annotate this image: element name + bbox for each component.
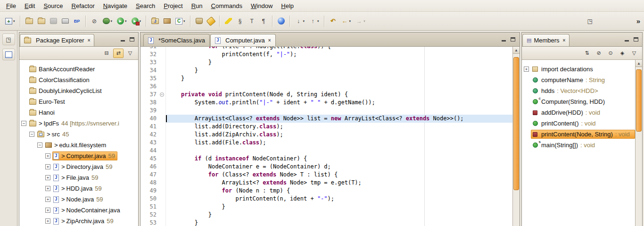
editor-tab[interactable]: J*SomeClass.java bbox=[143, 34, 210, 46]
code-line[interactable]: 39 bbox=[140, 107, 512, 115]
menu-refactor[interactable]: Refactor bbox=[67, 1, 99, 11]
package-explorer-tab[interactable]: Package Explorer × bbox=[20, 34, 94, 46]
code-line[interactable]: 37− private void printContent(Node d, St… bbox=[140, 91, 512, 99]
expander-plus-icon[interactable]: + bbox=[45, 197, 50, 202]
open-folder-button[interactable] bbox=[23, 15, 35, 27]
tree-item[interactable]: −>src45 bbox=[19, 129, 138, 140]
view-menu-icon[interactable]: ▽ bbox=[125, 49, 135, 58]
format-button[interactable]: T bbox=[246, 15, 258, 27]
fold-collapse-icon[interactable]: − bbox=[160, 92, 164, 97]
code-line[interactable]: 47 for (Class<? extends Node> T : list) … bbox=[140, 171, 512, 179]
sort-icon[interactable]: ⇅ bbox=[582, 49, 592, 58]
link-with-editor-icon[interactable]: ⇄ bbox=[113, 49, 124, 58]
expander-plus-icon[interactable]: + bbox=[45, 164, 50, 169]
code-line[interactable]: 45 if (d instanceof NodeContainer) { bbox=[140, 155, 512, 163]
tree-item[interactable]: +J>Node.java59 bbox=[19, 194, 138, 205]
member-item[interactable]: smain(String[]): void bbox=[522, 140, 635, 151]
tree-item[interactable]: −>IpdFs44 [https://svnserver.i bbox=[19, 118, 138, 129]
expander-plus-icon[interactable]: + bbox=[45, 186, 50, 191]
member-item[interactable]: computerName: String bbox=[522, 75, 635, 85]
save-button[interactable] bbox=[48, 15, 59, 27]
code-line[interactable]: 52 } bbox=[140, 211, 512, 219]
code-line[interactable]: 53 } bbox=[140, 219, 512, 226]
menu-window[interactable]: Window bbox=[247, 1, 277, 11]
code-line[interactable]: 34 } bbox=[140, 67, 512, 75]
next-annotation-button[interactable]: ↓▾ bbox=[293, 15, 307, 27]
member-item[interactable]: printContent(): void bbox=[522, 118, 635, 129]
code-line[interactable]: 51 } bbox=[140, 203, 512, 211]
menu-navigate[interactable]: Navigate bbox=[99, 1, 132, 11]
breakpoints-view-button[interactable]: BP bbox=[71, 15, 83, 27]
new-wizard-button[interactable]: +▾ bbox=[3, 15, 17, 27]
menu-source[interactable]: Source bbox=[39, 1, 67, 11]
code-line[interactable]: 48 ArrayList<? extends Node> tmp = e.get… bbox=[140, 179, 512, 187]
view-menu-icon[interactable]: ▽ bbox=[629, 49, 639, 58]
external-tools-button[interactable]: ▶▾ bbox=[129, 15, 144, 27]
code-line[interactable]: 38 System.out.println("|-" + ident + " "… bbox=[140, 99, 512, 107]
code-line[interactable]: 31 for (File f : hdd.get(File.class)) { bbox=[140, 47, 512, 50]
minimize-button[interactable] bbox=[118, 36, 127, 44]
expander-plus-icon[interactable]: + bbox=[524, 67, 529, 72]
tree-item[interactable]: DoublyLinkedCyclicList bbox=[19, 85, 138, 96]
dropdown-arrow-icon[interactable]: ▾ bbox=[125, 19, 127, 23]
show-whitespace-button[interactable]: ¶ bbox=[258, 15, 270, 27]
last-edit-location-button[interactable]: ↶ bbox=[327, 15, 339, 27]
dropdown-arrow-icon[interactable]: ▾ bbox=[303, 19, 305, 23]
scroll-up-icon[interactable]: ▲ bbox=[513, 47, 520, 54]
expander-plus-icon[interactable]: + bbox=[45, 153, 50, 159]
maximize-button[interactable] bbox=[128, 36, 136, 44]
menu-project[interactable]: Project bbox=[159, 1, 187, 11]
tree-item[interactable]: Hanoi bbox=[19, 107, 138, 118]
tree-item[interactable]: Euro-Test bbox=[19, 96, 138, 107]
hide-non-public-icon[interactable]: ◈ bbox=[617, 49, 627, 58]
previous-annotation-button[interactable]: ↑▾ bbox=[307, 15, 322, 27]
code-line[interactable]: 42 list.add(ZipArchiv.class); bbox=[140, 131, 512, 139]
expander-plus-icon[interactable]: + bbox=[45, 175, 50, 180]
dropdown-arrow-icon[interactable]: ▾ bbox=[363, 19, 365, 23]
code-line[interactable]: 49 for (Node n : tmp) { bbox=[140, 187, 512, 195]
web-browser-button[interactable] bbox=[275, 15, 287, 27]
code-line[interactable]: 44 bbox=[140, 147, 512, 155]
tree-item[interactable]: +J>NodeContainer.java bbox=[19, 205, 138, 216]
scroll-up-icon[interactable]: ▲ bbox=[636, 60, 642, 67]
dropdown-arrow-icon[interactable]: ▾ bbox=[183, 19, 185, 23]
dropdown-arrow-icon[interactable]: ▾ bbox=[13, 19, 15, 23]
new-class-button[interactable]: C▾ bbox=[173, 15, 188, 27]
menu-help[interactable]: Help bbox=[277, 1, 298, 11]
minimize-button[interactable] bbox=[622, 36, 631, 44]
show-selected-element-button[interactable]: § bbox=[234, 15, 246, 27]
code-line[interactable]: 50 printContent(n, ident + "-"); bbox=[140, 195, 512, 203]
expander-minus-icon[interactable]: − bbox=[29, 132, 34, 137]
expander-plus-icon[interactable]: + bbox=[45, 218, 50, 224]
menu-run[interactable]: Run bbox=[187, 1, 207, 11]
restore-fast-view-button[interactable]: ◳ bbox=[2, 33, 15, 45]
tree-item[interactable]: +J>HDD.java59 bbox=[19, 183, 138, 194]
editor-tab[interactable]: JComputer.java× bbox=[210, 34, 276, 46]
dropdown-arrow-icon[interactable]: ▾ bbox=[140, 19, 141, 23]
search-button[interactable] bbox=[205, 15, 217, 27]
mark-occurrences-button[interactable] bbox=[223, 15, 234, 27]
members-scrollbar[interactable]: ▲ bbox=[635, 60, 642, 226]
code-line[interactable]: 33 } bbox=[140, 59, 512, 67]
code-line[interactable]: 35 } bbox=[140, 75, 512, 83]
member-item[interactable]: addDrive(HDD): void bbox=[522, 107, 635, 118]
print-button[interactable] bbox=[59, 15, 71, 27]
member-item[interactable]: cComputer(String, HDD) bbox=[522, 96, 635, 107]
menu-edit[interactable]: Edit bbox=[20, 1, 39, 11]
run-button[interactable]: ▶▾ bbox=[115, 15, 129, 27]
code-line[interactable]: 46 NodeContainer e = (NodeContainer) d; bbox=[140, 163, 512, 171]
expander-minus-icon[interactable]: − bbox=[37, 142, 42, 148]
perspective-button[interactable]: ◳ bbox=[584, 15, 596, 27]
member-item[interactable]: hdds: Vector<HDD> bbox=[522, 85, 635, 96]
scrollbar-thumb[interactable] bbox=[636, 69, 642, 132]
new-package-button[interactable] bbox=[161, 15, 173, 27]
member-item[interactable]: +import declarations bbox=[522, 64, 635, 75]
skip-breakpoints-button[interactable]: ⊘ bbox=[89, 15, 100, 27]
code-viewport[interactable]: 31 for (File f : hdd.get(File.class)) {3… bbox=[140, 47, 512, 226]
new-java-project-button[interactable]: J bbox=[149, 15, 161, 27]
member-item[interactable]: printContent(Node, String): void bbox=[522, 129, 635, 140]
tree-item[interactable]: +J>Directory.java59 bbox=[19, 161, 138, 172]
close-icon[interactable]: × bbox=[563, 38, 566, 43]
collapse-all-icon[interactable]: ⊟ bbox=[101, 49, 112, 58]
toolbar-overflow-chevron[interactable]: » bbox=[636, 17, 640, 25]
